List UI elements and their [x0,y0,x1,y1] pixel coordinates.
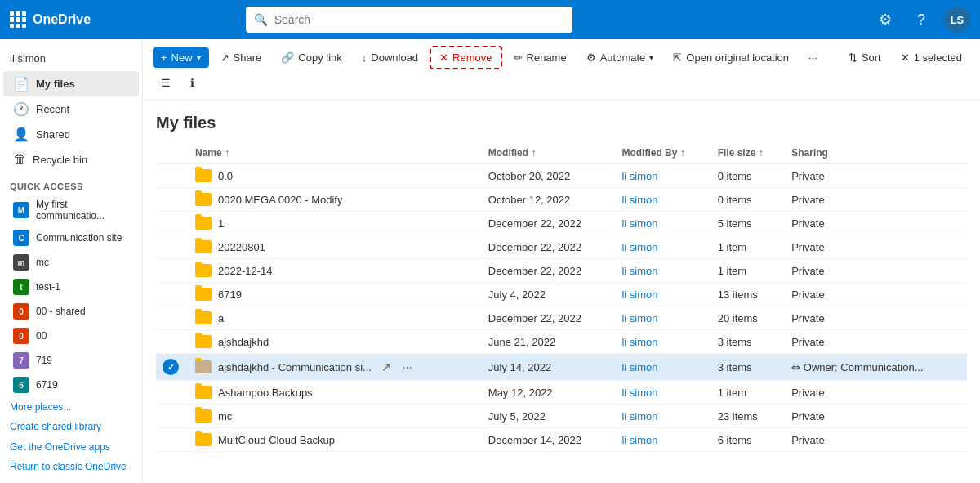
avatar[interactable]: LS [944,7,970,33]
row-file-name[interactable]: 6719 [218,288,242,301]
row-name-content: a [195,311,475,324]
sidebar-quick-mc[interactable]: m mc [3,250,139,275]
quick-item-6719-label: 6719 [36,379,58,391]
col-file-size[interactable]: File size ↑ [711,142,786,164]
more-options-button[interactable]: ··· [800,47,826,68]
app-logo[interactable]: OneDrive [10,11,91,28]
row-file-name[interactable]: 2022-12-14 [218,265,273,277]
table-row[interactable]: MultCloud Cloud BackupDecember 14, 2022l… [156,428,967,452]
folder-icon [195,409,212,423]
download-button[interactable]: ↓ Download [354,47,426,68]
table-row[interactable]: 2022-12-14December 22, 2022li simon1 ite… [156,259,967,283]
new-label: New [172,51,193,64]
sort-modby-icon: ↑ [680,147,685,159]
table-row[interactable]: 1December 22, 2022li simon5 itemsPrivate [156,212,967,235]
share-button[interactable]: ↗ Share [212,47,270,68]
row-file-name[interactable]: 20220801 [218,241,265,253]
row-check-col [156,283,189,306]
sidebar-item-recycle-bin[interactable]: 🗑 Recycle bin [3,147,139,172]
create-shared-library-link[interactable]: Create shared library [0,417,142,436]
col-modified-by[interactable]: Modified By ↑ [615,142,710,164]
remove-button[interactable]: ✕ Remove [430,46,501,69]
info-icon: ℹ [190,77,194,89]
row-file-name[interactable]: 1 [218,217,224,230]
col-name[interactable]: Name ↑ [189,142,482,164]
row-file-name[interactable]: ajshdajkhd [218,336,269,348]
sidebar-item-my-files[interactable]: 📄 My files [3,71,139,96]
automate-button[interactable]: ⚙ Automate ▾ [578,47,662,68]
table-row[interactable]: 0020 MEGA 0020 - ModifyOctober 12, 2022l… [156,188,967,212]
get-apps-link[interactable]: Get the OneDrive apps [0,437,142,457]
sidebar-quick-00-shared[interactable]: 0 00 - shared [3,299,139,324]
row-file-name[interactable]: ajshdajkhd - Communication si... [218,361,372,373]
open-original-button[interactable]: ⇱ Open original location [665,47,797,68]
quick-avatar-m: M [13,202,29,218]
waffle-icon[interactable] [10,11,26,28]
row-name-col: 2022-12-14 [189,259,482,283]
new-button[interactable]: + New ▾ [153,47,209,68]
table-row[interactable]: 0.0October 20, 2022li simon0 itemsPrivat… [156,164,967,188]
sidebar-quick-00[interactable]: 0 00 [3,324,139,348]
more-places-link[interactable]: More places... [0,397,142,417]
folder-icon [195,288,212,301]
top-bar-right: ⚙ ? LS [872,7,970,33]
rename-button[interactable]: ✏ Rename [506,47,575,68]
return-classic-link[interactable]: Return to classic OneDrive [0,457,142,476]
sort-asc-icon: ↑ [225,147,229,159]
col-modified[interactable]: Modified ↑ [482,142,616,164]
row-file-name[interactable]: 0.0 [218,170,233,182]
row-name-content: 0020 MEGA 0020 - Modify [195,193,475,206]
row-name-content: 1 [195,217,475,230]
sidebar-item-shared[interactable]: 👤 Shared [3,122,139,147]
row-file-name[interactable]: Ashampoo Backups [218,387,313,399]
sidebar-quick-6719[interactable]: 6 6719 [3,373,139,397]
sort-button[interactable]: ⇅ Sort [840,47,889,68]
sidebar-item-recent[interactable]: 🕐 Recent [3,96,139,122]
check-circle[interactable] [163,359,179,375]
table-row[interactable]: 20220801December 22, 2022li simon1 itemP… [156,235,967,259]
col-sharing: Sharing [785,142,967,164]
row-name-col: Ashampoo Backups [189,381,482,405]
table-row[interactable]: ajshdajkhdJune 21, 2022li simon3 itemsPr… [156,330,967,354]
help-icon: ? [917,11,925,29]
sidebar-quick-719[interactable]: 7 719 [3,348,139,373]
row-name-content: ajshdajkhd [195,335,475,348]
row-file-name[interactable]: 0020 MEGA 0020 - Modify [218,194,342,206]
row-check-col [156,212,189,235]
row-modified-by: li simon [615,428,710,452]
copy-link-button[interactable]: 🔗 Copy link [273,47,350,68]
row-modified-by: li simon [615,259,710,283]
quick-avatar-0s: 0 [13,303,29,320]
row-check-col [156,259,189,283]
sidebar-quick-my-first-comm[interactable]: M My first communicatio... [3,195,139,226]
row-file-name[interactable]: MultCloud Cloud Backup [218,434,335,446]
deselect-button[interactable]: ✕ 1 selected [893,47,970,68]
row-name-col: 0020 MEGA 0020 - Modify [189,188,482,212]
table-row[interactable]: Ashampoo BackupsMay 12, 2022li simon1 it… [156,381,967,405]
search-input[interactable] [274,13,564,26]
row-modified: July 14, 2022 [482,354,616,381]
row-modified: October 20, 2022 [482,164,616,188]
quick-item-comm-site-label: Communication site [36,232,122,244]
sidebar-quick-test1[interactable]: t test-1 [3,275,139,299]
row-file-size: 3 items [711,354,786,381]
sidebar-quick-comm-site[interactable]: C Communication site [3,226,139,250]
row-file-name[interactable]: a [218,312,224,324]
table-row[interactable]: ajshdajkhd - Communication si...↗···July… [156,354,967,381]
row-more-button[interactable]: ··· [399,359,416,375]
folder-icon [195,169,212,182]
quick-access-label: Quick access [0,172,142,195]
row-modified: July 5, 2022 [482,405,616,428]
view-toggle-button[interactable]: ☰ [153,73,179,93]
settings-button[interactable]: ⚙ [872,7,898,33]
help-button[interactable]: ? [908,7,934,33]
info-button[interactable]: ℹ [182,73,203,93]
table-row[interactable]: aDecember 22, 2022li simon20 itemsPrivat… [156,306,967,330]
row-name-col: ajshdajkhd [189,330,482,354]
row-share-button[interactable]: ↗ [378,359,394,375]
folder-icon [195,311,212,324]
table-row[interactable]: 6719July 4, 2022li simon13 itemsPrivate [156,283,967,306]
folder-icon [195,433,212,446]
row-file-name[interactable]: mc [218,410,232,423]
table-row[interactable]: mcJuly 5, 2022li simon23 itemsPrivate [156,405,967,428]
